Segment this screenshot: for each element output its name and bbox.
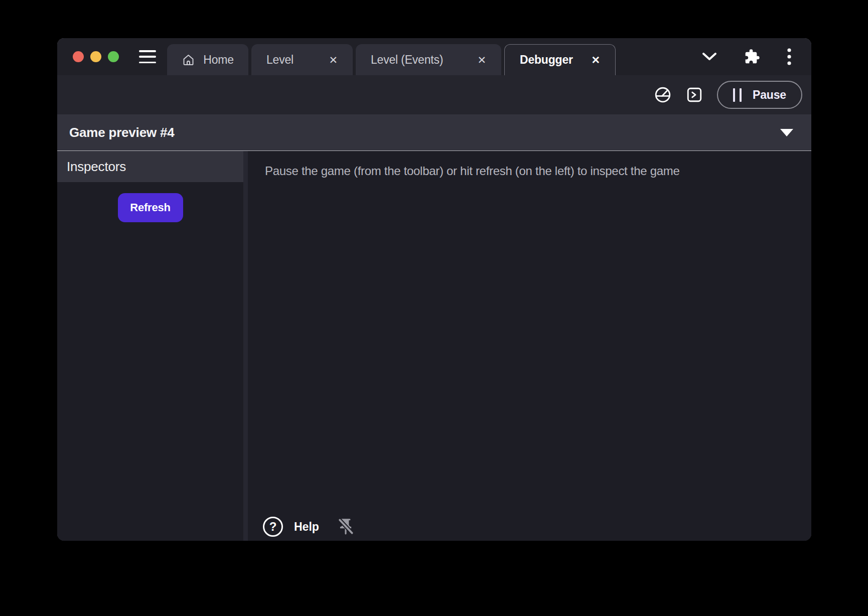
profiler-gauge-icon[interactable] bbox=[654, 86, 672, 104]
tab-label: Home bbox=[203, 53, 234, 67]
close-tab-icon[interactable]: ✕ bbox=[592, 55, 600, 65]
home-icon bbox=[182, 53, 195, 67]
inspectors-header-label: Inspectors bbox=[67, 159, 126, 175]
debugger-body: Inspectors Refresh Pause the game (from … bbox=[57, 151, 811, 541]
bottom-actions: ? Help bbox=[263, 517, 355, 537]
sidebar-splitter-handle[interactable] bbox=[243, 151, 248, 541]
desktop-background: Home Level ✕ Level (Events) ✕ Debugger ✕ bbox=[0, 0, 868, 616]
game-preview-header[interactable]: Game preview #4 bbox=[57, 114, 811, 151]
help-button-label: Help bbox=[294, 520, 319, 534]
tab-level[interactable]: Level ✕ bbox=[251, 44, 353, 75]
tab-home[interactable]: Home bbox=[167, 44, 248, 75]
close-window-button[interactable] bbox=[73, 51, 84, 62]
close-tab-icon[interactable]: ✕ bbox=[478, 55, 486, 65]
unpin-panel-icon[interactable] bbox=[336, 517, 355, 537]
refresh-button[interactable]: Refresh bbox=[118, 193, 183, 222]
titlebar: Home Level ✕ Level (Events) ✕ Debugger ✕ bbox=[57, 38, 811, 75]
debugger-toolbar: Pause bbox=[57, 75, 811, 114]
tab-label: Level (Events) bbox=[371, 53, 443, 67]
main-menu-icon[interactable] bbox=[139, 50, 156, 63]
extensions-puzzle-icon[interactable] bbox=[744, 49, 760, 65]
refresh-button-container: Refresh bbox=[57, 193, 243, 222]
pause-button[interactable]: Pause bbox=[717, 81, 802, 109]
tab-debugger[interactable]: Debugger ✕ bbox=[504, 44, 616, 75]
inspectors-sidebar: Inspectors Refresh bbox=[57, 151, 243, 541]
close-tab-icon[interactable]: ✕ bbox=[329, 55, 338, 65]
titlebar-actions bbox=[702, 48, 791, 65]
console-icon[interactable] bbox=[686, 86, 703, 103]
help-button[interactable]: ? Help bbox=[263, 517, 319, 537]
inspector-main-panel: Pause the game (from the toolbar) or hit… bbox=[248, 151, 811, 541]
chevron-down-icon[interactable] bbox=[702, 52, 717, 62]
tab-level-events[interactable]: Level (Events) ✕ bbox=[356, 44, 501, 75]
traffic-lights bbox=[73, 51, 119, 62]
tab-label: Level bbox=[266, 53, 294, 67]
caret-down-icon[interactable] bbox=[780, 129, 793, 136]
tab-bar: Home Level ✕ Level (Events) ✕ Debugger ✕ bbox=[167, 44, 616, 75]
inspectors-header[interactable]: Inspectors bbox=[57, 151, 243, 182]
debugger-window: Home Level ✕ Level (Events) ✕ Debugger ✕ bbox=[57, 38, 811, 541]
pause-button-label: Pause bbox=[753, 88, 786, 102]
pause-icon bbox=[733, 88, 742, 102]
inspector-empty-message: Pause the game (from the toolbar) or hit… bbox=[248, 151, 811, 178]
more-options-kebab-icon[interactable] bbox=[787, 48, 791, 65]
help-question-icon: ? bbox=[263, 517, 283, 537]
tab-label: Debugger bbox=[520, 53, 573, 67]
game-preview-title: Game preview #4 bbox=[69, 125, 174, 140]
minimize-window-button[interactable] bbox=[90, 51, 101, 62]
zoom-window-button[interactable] bbox=[108, 51, 119, 62]
